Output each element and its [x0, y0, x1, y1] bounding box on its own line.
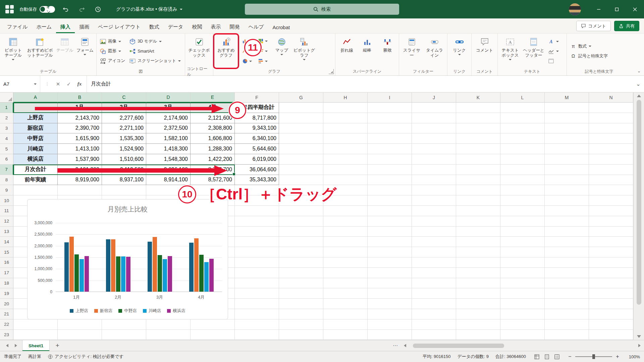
cell-K21[interactable] — [456, 309, 500, 319]
cell-N10[interactable] — [589, 195, 633, 206]
cell-F8[interactable]: 35,343,300 — [235, 175, 279, 185]
cell-J17[interactable] — [412, 268, 456, 278]
cell-I2[interactable] — [368, 113, 412, 123]
document-title[interactable]: グラフの基本.xlsx • 保存済み — [116, 6, 182, 12]
zoom-level[interactable]: 100% — [627, 354, 640, 359]
cell-G18[interactable] — [279, 278, 323, 289]
cell-J4[interactable] — [412, 133, 456, 144]
chart-bar-横浜店-3月[interactable] — [168, 256, 172, 292]
row-header-12[interactable]: 12 — [0, 216, 13, 227]
cell-D23[interactable] — [146, 330, 191, 340]
cell-J9[interactable] — [412, 185, 456, 195]
chart-bar-新宿店-1月[interactable] — [69, 237, 74, 292]
cell-J21[interactable] — [412, 309, 456, 319]
cell-E1[interactable]: 4月 — [191, 103, 235, 113]
slicer-button[interactable]: スライサー — [401, 35, 423, 68]
scroll-right-icon[interactable] — [638, 344, 641, 347]
symbol-button[interactable]: Ω 記号と特殊文字 — [569, 52, 609, 60]
cell-H8[interactable] — [323, 175, 368, 185]
cell-B4[interactable]: 1,615,900 — [58, 133, 102, 144]
column-chart-icon[interactable] — [239, 36, 255, 46]
cell-I21[interactable] — [368, 309, 412, 319]
zoom-out-button[interactable]: − — [568, 354, 572, 360]
row-header-5[interactable]: 5 — [0, 144, 13, 154]
zoom-in-button[interactable]: + — [615, 354, 620, 360]
redo-icon[interactable] — [76, 4, 87, 15]
maps-button[interactable]: マップ — [272, 35, 291, 68]
cell-G20[interactable] — [279, 299, 323, 309]
close-button[interactable] — [626, 0, 644, 18]
pie-chart-icon[interactable] — [239, 56, 255, 66]
sparkline-line-button[interactable]: 折れ線 — [337, 35, 357, 68]
cell-D22[interactable] — [146, 319, 191, 330]
cell-L10[interactable] — [500, 195, 545, 206]
cell-N20[interactable] — [589, 299, 633, 309]
cell-E8[interactable]: 8,572,700 — [191, 175, 235, 185]
chart-bar-新宿店-2月[interactable] — [111, 239, 115, 292]
cell-M10[interactable] — [545, 195, 589, 206]
scroll-left-icon[interactable] — [404, 344, 406, 347]
3d-models-button[interactable]: 3D モデル — [128, 37, 182, 46]
cell-M11[interactable] — [545, 206, 589, 216]
cell-H12[interactable] — [323, 216, 368, 227]
row-header-22[interactable]: 22 — [0, 319, 13, 330]
cell-N9[interactable] — [589, 185, 633, 195]
chart-bar-川崎店-1月[interactable] — [79, 259, 84, 292]
cell-G17[interactable] — [279, 268, 323, 278]
cell-J11[interactable] — [412, 206, 456, 216]
cell-H2[interactable] — [323, 113, 368, 123]
cell-B22[interactable] — [58, 319, 102, 330]
cell-H3[interactable] — [323, 123, 368, 134]
cell-I14[interactable] — [368, 237, 412, 247]
sheet-nav-next-icon[interactable] — [11, 340, 20, 351]
cell-F15[interactable] — [235, 247, 279, 257]
cancel-entry-button[interactable]: ✕ — [53, 79, 63, 89]
tab-view[interactable]: 表示 — [206, 20, 225, 33]
cell-A5[interactable]: 川崎店 — [13, 144, 58, 154]
icons-button[interactable]: アイコン — [98, 57, 127, 65]
cell-C4[interactable]: 1,535,300 — [102, 133, 146, 144]
chart-bar-新宿店-4月[interactable] — [194, 238, 199, 292]
cell-F11[interactable] — [235, 206, 279, 216]
horizontal-scrollbar[interactable] — [404, 343, 641, 349]
cell-I12[interactable] — [368, 216, 412, 227]
cell-D3[interactable]: 2,372,500 — [146, 123, 191, 134]
row-header-13[interactable]: 13 — [0, 227, 13, 237]
row-header-11[interactable]: 11 — [0, 206, 13, 216]
cell-J23[interactable] — [412, 330, 456, 340]
sparkline-winloss-button[interactable]: 勝敗 — [378, 35, 397, 68]
cell-E2[interactable]: 2,121,600 — [191, 113, 235, 123]
cell-H16[interactable] — [323, 257, 368, 268]
cell-J19[interactable] — [412, 288, 456, 299]
cell-L11[interactable] — [500, 206, 545, 216]
cell-L5[interactable] — [500, 144, 545, 154]
pivotchart-button[interactable]: ピボットグラフ — [292, 35, 316, 68]
cell-J3[interactable] — [412, 123, 456, 134]
cell-G8[interactable] — [279, 175, 323, 185]
shapes-button[interactable]: 図形 — [98, 47, 127, 55]
cell-J6[interactable] — [412, 154, 456, 165]
cell-L18[interactable] — [500, 278, 545, 289]
cell-G19[interactable] — [279, 288, 323, 299]
cell-K20[interactable] — [456, 299, 500, 309]
column-header-L[interactable]: L — [500, 93, 545, 103]
textbox-button[interactable]: A テキストボックス — [499, 35, 521, 68]
cell-K12[interactable] — [456, 216, 500, 227]
row-header-17[interactable]: 17 — [0, 268, 13, 278]
chart-bar-横浜店-1月[interactable] — [85, 256, 89, 292]
cell-M18[interactable] — [545, 278, 589, 289]
tab-page-layout[interactable]: ページ レイアウト — [94, 20, 145, 33]
cell-D7[interactable]: 9,096,100 — [146, 165, 191, 175]
cell-B5[interactable]: 1,413,100 — [58, 144, 102, 154]
cell-F13[interactable] — [235, 227, 279, 237]
cell-K17[interactable] — [456, 268, 500, 278]
cell-K18[interactable] — [456, 278, 500, 289]
cell-B1[interactable]: 1月 — [58, 103, 102, 113]
cell-J16[interactable] — [412, 257, 456, 268]
cell-M16[interactable] — [545, 257, 589, 268]
cell-M1[interactable] — [545, 103, 589, 113]
cell-C8[interactable]: 8,937,100 — [102, 175, 146, 185]
cell-M17[interactable] — [545, 268, 589, 278]
cell-M5[interactable] — [545, 144, 589, 154]
new-sheet-button[interactable]: + — [53, 341, 62, 350]
